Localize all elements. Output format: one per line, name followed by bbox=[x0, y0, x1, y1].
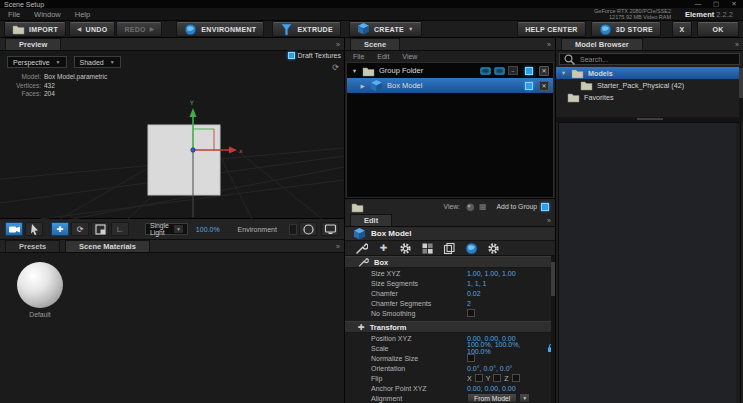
world-icon[interactable] bbox=[465, 242, 478, 255]
alignment-select[interactable]: From Model bbox=[467, 393, 517, 403]
chamfer-segments-value[interactable]: 2 bbox=[467, 300, 471, 307]
scene-menu-file[interactable]: File bbox=[353, 53, 364, 60]
box-model-mesh[interactable] bbox=[148, 125, 220, 195]
search-input[interactable] bbox=[578, 55, 736, 64]
menu-file[interactable]: File bbox=[8, 10, 20, 19]
fullscreen-button[interactable] bbox=[321, 222, 339, 236]
ok-button[interactable]: OK bbox=[697, 21, 739, 37]
tab-edit[interactable]: Edit bbox=[350, 214, 392, 226]
normalize-size-checkbox[interactable] bbox=[467, 354, 475, 362]
orientation-value[interactable]: 0.0°, 0.0°, 0.0° bbox=[467, 365, 512, 372]
axis-mode-button[interactable]: ∟ bbox=[111, 222, 129, 236]
close-icon[interactable]: ✕ bbox=[725, 0, 743, 8]
reset-view-icon[interactable]: ⟳ bbox=[332, 63, 339, 72]
maximize-icon[interactable]: ▢ bbox=[707, 0, 725, 8]
scene-menu-edit[interactable]: Edit bbox=[377, 53, 389, 60]
environment-lock-icon[interactable] bbox=[281, 224, 283, 235]
edit-expand-icon[interactable]: » bbox=[547, 217, 551, 224]
gpu-vram: 12175.92 MB Video RAM bbox=[594, 14, 671, 20]
flip-z-checkbox[interactable] bbox=[512, 374, 520, 382]
add-to-group-checkbox[interactable] bbox=[541, 203, 549, 211]
cancel-button[interactable]: X bbox=[672, 21, 692, 37]
draft-textures-toggle[interactable]: Draft Textures bbox=[288, 52, 341, 59]
model-delete-button[interactable]: ✕ bbox=[539, 81, 549, 91]
model-search[interactable] bbox=[559, 53, 740, 65]
light-intensity-value[interactable]: 100.0% bbox=[196, 226, 220, 233]
environment-button[interactable]: ENVIRONMENT bbox=[176, 21, 264, 37]
minimize-icon[interactable]: — bbox=[689, 0, 707, 8]
tree-row-starter-pack[interactable]: Starter_Pack_Physical (42) bbox=[556, 79, 743, 91]
tree-row-favorites[interactable]: Favorites bbox=[556, 91, 743, 103]
tab-preview[interactable]: Preview bbox=[5, 38, 61, 50]
tree-row-group-folder[interactable]: ▼ Group Folder – ✕ bbox=[347, 63, 553, 78]
light-mode-select[interactable]: Single Light ▼ bbox=[145, 223, 188, 235]
select-mode-button[interactable] bbox=[25, 222, 43, 236]
settings-gear-icon[interactable] bbox=[487, 242, 500, 255]
wireframe-icon[interactable]: ▦ bbox=[479, 202, 487, 211]
preview-expand-icon[interactable]: » bbox=[336, 41, 340, 48]
help-center-button[interactable]: HELP CENTER bbox=[517, 21, 586, 37]
tab-presets[interactable]: Presets bbox=[5, 240, 60, 252]
environment-map-slot[interactable] bbox=[289, 224, 297, 235]
move-mode-button[interactable]: ✚ bbox=[51, 222, 69, 236]
group-toggle-b[interactable] bbox=[494, 67, 505, 75]
camera-select[interactable]: Perspective ▼ bbox=[7, 56, 67, 68]
draft-textures-checkbox[interactable] bbox=[288, 52, 295, 59]
materials-expand-icon[interactable]: » bbox=[336, 243, 340, 250]
model-thumbnails-area[interactable] bbox=[558, 122, 741, 403]
move-tool-icon[interactable]: ✚ bbox=[377, 242, 390, 255]
tools-icon[interactable] bbox=[355, 242, 368, 255]
tab-scene[interactable]: Scene bbox=[350, 38, 400, 50]
deform-icon[interactable] bbox=[399, 242, 412, 255]
flip-x-checkbox[interactable] bbox=[475, 374, 483, 382]
extrude-button[interactable]: EXTRUDE bbox=[272, 21, 341, 37]
size-segments-value[interactable]: 1, 1, 1 bbox=[467, 280, 486, 287]
scale-mode-button[interactable] bbox=[91, 222, 109, 236]
collapse-icon[interactable]: ▼ bbox=[351, 68, 358, 74]
browser-tree-scrollbar[interactable] bbox=[739, 67, 743, 117]
group-toggle-a[interactable] bbox=[480, 67, 491, 75]
expand-icon[interactable]: ▶ bbox=[359, 83, 366, 89]
model-visible-checkbox[interactable] bbox=[525, 82, 533, 90]
flip-y-checkbox[interactable] bbox=[493, 374, 501, 382]
import-button[interactable]: IMPORT bbox=[4, 21, 66, 37]
no-smoothing-checkbox[interactable] bbox=[467, 309, 475, 317]
tab-scene-materials[interactable]: Scene Materials bbox=[65, 240, 150, 252]
chamfer-value[interactable]: 0.02 bbox=[467, 290, 481, 297]
transform-section-header[interactable]: ✚ Transform bbox=[345, 321, 555, 333]
scale-value[interactable]: 100.0%, 100.0%, 100.0% bbox=[467, 341, 538, 355]
tab-model-browser[interactable]: Model Browser bbox=[561, 38, 643, 50]
thumbnails-scrollbar[interactable] bbox=[736, 123, 740, 403]
new-folder-icon[interactable] bbox=[351, 201, 365, 213]
shading-select[interactable]: Shaded ▼ bbox=[74, 56, 121, 68]
collapse-icon[interactable]: ▼ bbox=[560, 70, 567, 76]
edit-scrollbar[interactable] bbox=[551, 256, 555, 403]
camera-mode-button[interactable] bbox=[5, 222, 23, 236]
store-button[interactable]: 3D STORE bbox=[591, 21, 661, 37]
group-visible-checkbox[interactable] bbox=[525, 67, 533, 75]
move-icon: ✚ bbox=[57, 225, 64, 234]
alignment-dropdown-icon[interactable]: ▼ bbox=[519, 393, 530, 403]
redo-button[interactable]: REDO ▶ bbox=[116, 21, 162, 37]
material-sphere-icon[interactable] bbox=[465, 202, 474, 211]
tree-row-models[interactable]: ▼ Models bbox=[556, 67, 743, 79]
scene-menu-view[interactable]: View bbox=[402, 53, 417, 60]
render-sphere-button[interactable] bbox=[299, 222, 317, 236]
anchor-point-value[interactable]: 0.00, 0.00, 0.00 bbox=[467, 385, 516, 392]
size-xyz-value[interactable]: 1.00, 1.00, 1.00 bbox=[467, 270, 516, 277]
group-minus-button[interactable]: – bbox=[508, 66, 518, 75]
duplicate-icon[interactable] bbox=[443, 242, 456, 255]
undo-button[interactable]: ◀ UNDO bbox=[69, 21, 115, 37]
menu-window[interactable]: Window bbox=[34, 10, 61, 19]
material-thumbnail[interactable] bbox=[17, 262, 63, 308]
browser-expand-icon[interactable]: » bbox=[735, 41, 739, 48]
rotate-mode-button[interactable]: ⟳ bbox=[71, 222, 89, 236]
tree-row-box-model[interactable]: ▶ Box Model ✕ bbox=[347, 78, 553, 93]
menu-help[interactable]: Help bbox=[75, 10, 90, 19]
create-button[interactable]: CREATE ▼ bbox=[349, 21, 422, 37]
preview-viewport[interactable]: Y x Draft Textures ⟳ Perspective ▼ bbox=[0, 51, 344, 219]
box-section-header[interactable]: Box bbox=[345, 256, 555, 268]
scene-expand-icon[interactable]: » bbox=[547, 41, 551, 48]
group-delete-button[interactable]: ✕ bbox=[539, 66, 549, 76]
textures-icon[interactable] bbox=[421, 242, 434, 255]
